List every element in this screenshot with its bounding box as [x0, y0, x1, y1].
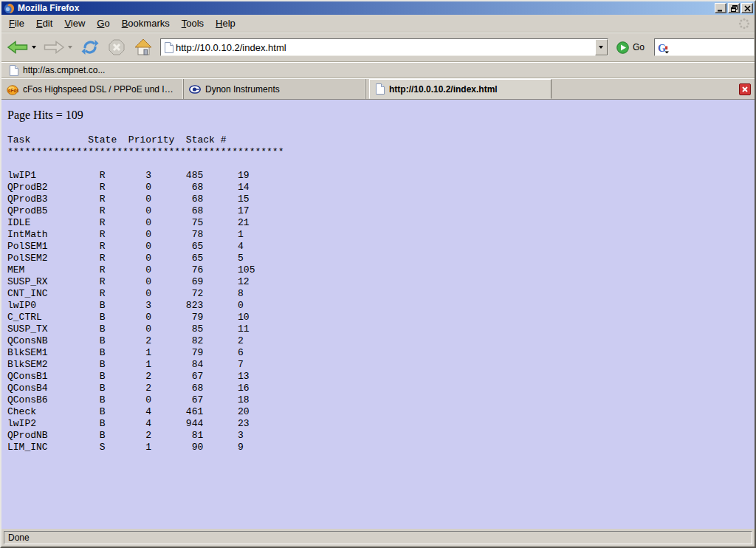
menu-help[interactable]: Help [210, 16, 241, 31]
browser-window: Mozilla Firefox FileEditViewGoBookmarksT… [0, 0, 756, 548]
stop-icon [108, 38, 126, 56]
home-button[interactable] [134, 38, 152, 56]
table-row: QProdB3 R 0 68 15 [7, 193, 749, 205]
page-icon [375, 83, 385, 95]
table-row: LIM_INC S 1 90 9 [7, 442, 749, 453]
table-row: PolSEM1 R 0 65 4 [7, 241, 749, 253]
menu-bar: FileEditViewGoBookmarksToolsHelp [1, 15, 755, 32]
menu-bookmarks[interactable]: Bookmarks [116, 16, 176, 31]
tab-2[interactable]: Dynon Instruments [184, 79, 366, 99]
table-row: QConsB1 B 2 67 13 [7, 371, 749, 383]
page-content: Page Hits = 109 Task State Priority Stac… [1, 100, 755, 529]
table-header-row: Task State Priority Stack # [7, 134, 749, 146]
table-row: lwIP2 B 4 944 23 [7, 418, 749, 430]
go-icon [616, 41, 629, 54]
table-row: BlkSEM1 B 1 79 6 [7, 347, 749, 359]
menu-view[interactable]: View [58, 16, 91, 31]
tab-1[interactable]: cFoscFos Highspeed DSL / PPPoE und ISDN … [1, 79, 184, 99]
table-row: MEM R 0 76 105 [7, 264, 749, 276]
back-dropdown-icon[interactable] [32, 46, 36, 49]
table-row: SUSP_TX B 0 85 11 [7, 323, 749, 335]
table-row: QConsB6 B 0 67 18 [7, 394, 749, 406]
url-input[interactable] [173, 40, 595, 55]
table-row: Check B 4 461 20 [7, 406, 749, 418]
tab-close-button[interactable] [739, 83, 751, 95]
task-table: Task State Priority Stack #*************… [7, 134, 749, 453]
back-icon [7, 39, 29, 55]
throbber-icon [738, 18, 750, 30]
table-row: C_CTRL B 0 79 10 [7, 312, 749, 323]
tab-label: http://10.0.10.2/index.html [389, 84, 498, 95]
tab-close-icon [741, 86, 749, 93]
dynon-icon [189, 83, 201, 95]
minimize-icon [718, 5, 724, 12]
bookmark-item[interactable]: http://as.cmpnet.co... [6, 64, 108, 77]
table-separator-row: ****************************************… [7, 146, 749, 158]
cfos-icon: cFos [7, 83, 18, 95]
forward-button[interactable] [43, 39, 65, 55]
table-row: SUSP_RX R 0 69 12 [7, 276, 749, 288]
restore-button[interactable] [728, 3, 740, 13]
table-row: IDLE R 0 75 21 [7, 217, 749, 229]
table-blank-row [7, 158, 749, 170]
menu-edit[interactable]: Edit [30, 16, 58, 31]
tab-strip: cFoscFos Highspeed DSL / PPPoE und ISDN … [1, 79, 551, 99]
table-row: BlkSEM2 B 1 84 7 [7, 359, 749, 371]
table-row: QProdNB B 2 81 3 [7, 430, 749, 442]
forward-dropdown-icon[interactable] [68, 46, 72, 49]
go-label: Go [633, 42, 645, 52]
table-row: QConsNB B 2 82 2 [7, 335, 749, 347]
reload-button[interactable] [81, 38, 99, 56]
table-row: CNT_INC R 0 72 8 [7, 288, 749, 300]
navigation-toolbar: Go G [1, 32, 755, 62]
minimize-button[interactable] [715, 3, 726, 13]
svg-text:G: G [658, 42, 666, 53]
table-row: QProdB5 R 0 68 17 [7, 205, 749, 217]
table-row: QProdB2 R 0 68 14 [7, 182, 749, 193]
bookmarks-bar: http://as.cmpnet.co... [1, 62, 755, 78]
status-bar: Done [1, 529, 755, 547]
firefox-icon [4, 3, 15, 14]
back-button[interactable] [7, 39, 29, 55]
status-text: Done [4, 531, 752, 544]
page-icon [164, 42, 173, 53]
menu-go[interactable]: Go [91, 16, 115, 31]
close-button[interactable] [741, 3, 753, 13]
forward-icon [43, 39, 65, 55]
stop-button[interactable] [108, 38, 126, 56]
google-icon[interactable]: G [657, 41, 670, 54]
go-button[interactable]: Go [616, 41, 645, 54]
close-icon [744, 5, 751, 12]
svg-text:cFos: cFos [8, 88, 18, 93]
tab-3-active[interactable]: http://10.0.10.2/index.html [369, 79, 551, 99]
menu-file[interactable]: File [3, 16, 30, 31]
table-row: IntMath R 0 78 1 [7, 229, 749, 241]
restore-icon [731, 5, 738, 12]
tab-label: cFos Highspeed DSL / PPPoE und ISDN CAP.… [23, 84, 178, 95]
tab-label: Dynon Instruments [205, 84, 280, 95]
table-row: lwIP1 R 3 485 19 [7, 170, 749, 182]
reload-icon [81, 38, 99, 56]
table-row: lwIP0 B 3 823 0 [7, 300, 749, 312]
url-bar [160, 38, 608, 56]
page-hits: Page Hits = 109 [7, 109, 749, 122]
url-dropdown-button[interactable] [595, 39, 608, 55]
bookmark-label: http://as.cmpnet.co... [23, 65, 105, 75]
search-input[interactable] [670, 40, 754, 55]
search-box: G [654, 38, 755, 56]
home-icon [134, 38, 152, 56]
table-row: PolSEM2 R 0 65 5 [7, 253, 749, 264]
page-icon [9, 65, 18, 76]
window-title: Mozilla Firefox [18, 3, 713, 13]
menu-bar-items: FileEditViewGoBookmarksToolsHelp [3, 16, 241, 31]
tab-bar: cFoscFos Highspeed DSL / PPPoE und ISDN … [1, 78, 755, 100]
menu-tools[interactable]: Tools [176, 16, 210, 31]
title-bar: Mozilla Firefox [1, 1, 755, 15]
table-row: QConsB4 B 2 68 16 [7, 383, 749, 394]
